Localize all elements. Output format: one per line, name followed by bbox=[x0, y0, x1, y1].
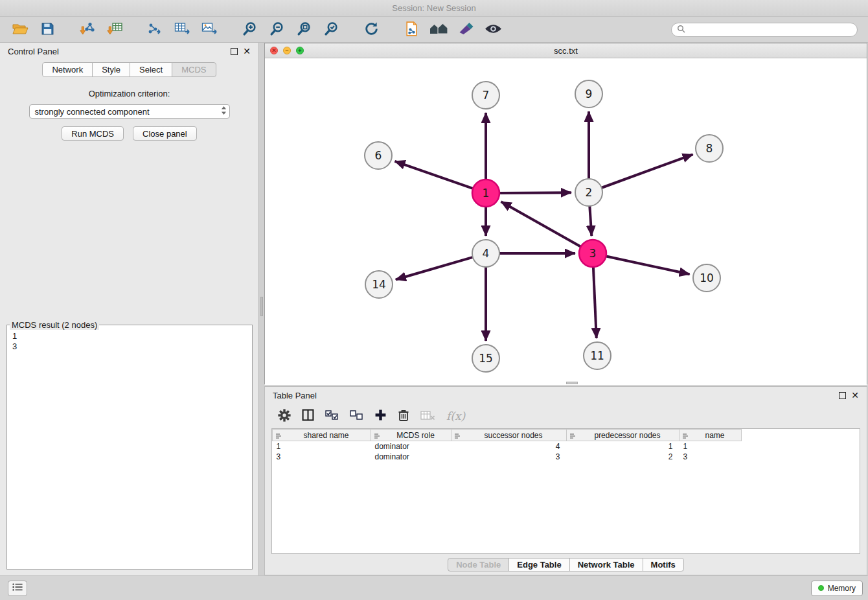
splitter-grip[interactable] bbox=[260, 297, 263, 316]
tab-mcds[interactable]: MCDS bbox=[172, 62, 216, 77]
zoom-selected-icon bbox=[324, 21, 339, 38]
graph-edge-1-6[interactable] bbox=[395, 161, 475, 189]
mcds-result-list[interactable]: 13 bbox=[8, 331, 251, 568]
table-row[interactable]: 3dominator323 bbox=[273, 452, 742, 462]
save-icon bbox=[41, 22, 54, 38]
graph-node-7[interactable]: 7 bbox=[472, 82, 499, 109]
graph-edge-3-11[interactable] bbox=[593, 266, 597, 338]
window-resize-handle[interactable] bbox=[566, 382, 578, 384]
sort-icon bbox=[569, 432, 576, 441]
main-toolbar bbox=[0, 17, 868, 43]
save-session-button[interactable] bbox=[35, 19, 60, 40]
plus-icon bbox=[374, 409, 387, 423]
table-settings-button[interactable] bbox=[278, 409, 291, 424]
float-panel-icon[interactable] bbox=[231, 48, 238, 55]
column-header-predecessor-nodes[interactable]: predecessor nodes bbox=[567, 430, 680, 441]
graph-edge-2-3[interactable] bbox=[589, 205, 591, 236]
graph-node-9[interactable]: 9 bbox=[575, 80, 602, 108]
import-table-icon bbox=[107, 21, 123, 38]
column-header-name[interactable]: name bbox=[680, 430, 742, 441]
zoom-out-button[interactable] bbox=[264, 19, 289, 40]
unchecked-boxes-icon bbox=[350, 410, 363, 422]
tab-style[interactable]: Style bbox=[92, 62, 130, 77]
search-box[interactable] bbox=[671, 23, 858, 37]
graph-node-2[interactable]: 2 bbox=[575, 179, 602, 206]
select-all-button[interactable] bbox=[325, 410, 339, 422]
control-panel-title: Control Panel bbox=[8, 47, 225, 56]
import-table-button[interactable] bbox=[102, 19, 127, 40]
close-panel-button[interactable]: Close panel bbox=[133, 126, 197, 141]
create-column-button[interactable] bbox=[374, 409, 387, 423]
graph-edge-2-8[interactable] bbox=[600, 154, 693, 188]
column-header-shared-name[interactable]: shared name bbox=[273, 430, 371, 441]
graph-edge-3-1[interactable] bbox=[501, 202, 582, 247]
svg-text:15: 15 bbox=[479, 352, 493, 365]
home-button[interactable] bbox=[426, 19, 451, 40]
zoom-fit-button[interactable] bbox=[291, 19, 316, 40]
delete-column-button[interactable] bbox=[398, 409, 409, 424]
trash-icon bbox=[398, 409, 409, 424]
close-panel-icon[interactable]: ✕ bbox=[243, 47, 251, 56]
tab-network[interactable]: Network bbox=[42, 62, 93, 77]
column-header-MCDS-role[interactable]: MCDS role bbox=[371, 430, 451, 441]
svg-text:9: 9 bbox=[586, 87, 593, 100]
zoom-selected-button[interactable] bbox=[319, 19, 343, 40]
export-table-button[interactable] bbox=[170, 19, 194, 40]
memory-label: Memory bbox=[828, 584, 856, 593]
sort-icon bbox=[275, 432, 282, 441]
mcds-result-item[interactable]: 1 bbox=[8, 331, 251, 341]
graph-node-15[interactable]: 15 bbox=[472, 345, 499, 372]
graph-edge-1-2[interactable] bbox=[498, 192, 571, 193]
graph-node-4[interactable]: 4 bbox=[472, 240, 499, 267]
clone-network-button[interactable] bbox=[399, 19, 424, 40]
task-history-button[interactable] bbox=[8, 581, 27, 596]
search-input[interactable] bbox=[689, 25, 852, 35]
svg-text:11: 11 bbox=[590, 349, 604, 362]
run-mcds-button[interactable]: Run MCDS bbox=[62, 126, 124, 141]
optimization-label: Optimization criterion: bbox=[0, 89, 258, 98]
graph-node-selected-3[interactable]: 3 bbox=[579, 240, 606, 267]
graph-node-6[interactable]: 6 bbox=[365, 142, 392, 169]
open-session-button[interactable] bbox=[8, 19, 32, 40]
svg-text:14: 14 bbox=[372, 278, 386, 291]
graph-node-8[interactable]: 8 bbox=[696, 135, 723, 162]
window-title: Session: New Session bbox=[392, 3, 475, 13]
optimization-select[interactable]: strongly connected component bbox=[29, 104, 230, 119]
float-table-panel-icon[interactable] bbox=[839, 392, 846, 399]
memory-button[interactable]: Memory bbox=[811, 581, 863, 596]
column-header-successor-nodes[interactable]: successor nodes bbox=[451, 430, 567, 441]
export-image-button[interactable] bbox=[197, 19, 222, 40]
table-panel-title: Table Panel bbox=[273, 391, 834, 400]
close-table-panel-icon[interactable]: ✕ bbox=[851, 391, 859, 400]
graph-node-11[interactable]: 11 bbox=[584, 342, 611, 369]
graph-node-10[interactable]: 10 bbox=[693, 264, 720, 292]
control-panel-header: Control Panel ✕ bbox=[0, 43, 258, 60]
show-hide-button[interactable] bbox=[481, 19, 505, 40]
delete-table-button[interactable] bbox=[420, 410, 435, 422]
graph-node-14[interactable]: 14 bbox=[365, 271, 393, 298]
style-brush-icon bbox=[458, 22, 474, 37]
mcds-result-item[interactable]: 3 bbox=[8, 341, 251, 352]
tab-select[interactable]: Select bbox=[130, 62, 172, 77]
deselect-all-button[interactable] bbox=[350, 410, 363, 422]
zoom-in-button[interactable] bbox=[237, 19, 262, 40]
graph-edge-3-10[interactable] bbox=[605, 256, 690, 274]
memory-status-dot bbox=[818, 585, 824, 591]
table-row[interactable]: 1dominator411 bbox=[273, 441, 742, 452]
export-network-button[interactable] bbox=[143, 19, 167, 40]
show-columns-button[interactable] bbox=[302, 409, 314, 423]
refresh-view-button[interactable] bbox=[359, 19, 383, 40]
graph-node-selected-1[interactable]: 1 bbox=[472, 179, 499, 207]
tab-edge-table[interactable]: Edge Table bbox=[508, 558, 569, 571]
function-builder-button[interactable]: f(x) bbox=[446, 410, 465, 422]
tab-motifs[interactable]: Motifs bbox=[643, 558, 684, 571]
tab-node-table[interactable]: Node Table bbox=[448, 558, 509, 571]
style-button[interactable] bbox=[453, 19, 478, 40]
chevron-updown-icon bbox=[221, 106, 227, 117]
graph-edge-4-14[interactable] bbox=[396, 257, 474, 279]
table-panel: Table Panel ✕ bbox=[264, 386, 867, 575]
import-network-button[interactable] bbox=[75, 19, 100, 40]
tab-network-table[interactable]: Network Table bbox=[569, 558, 643, 571]
panel-splitter[interactable] bbox=[259, 43, 264, 575]
network-canvas[interactable]: 7968124314101511 bbox=[265, 58, 867, 385]
